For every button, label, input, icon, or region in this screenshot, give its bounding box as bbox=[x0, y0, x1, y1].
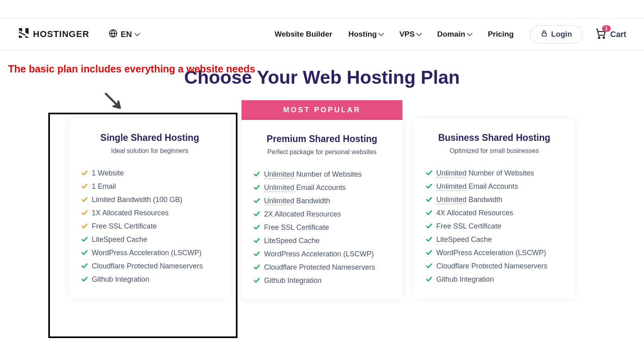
nav-website-builder[interactable]: Website Builder bbox=[275, 30, 332, 39]
feature-text: LiteSpeed Cache bbox=[92, 235, 147, 244]
check-icon bbox=[254, 251, 260, 258]
plan-business: Business Shared Hosting Optimized for sm… bbox=[414, 119, 575, 298]
feature-item: Cloudflare Protected Nameservers bbox=[254, 261, 390, 274]
feature-text: 1X Allocated Resources bbox=[92, 209, 169, 217]
feature-text: Free SSL Certificate bbox=[436, 222, 501, 231]
check-icon bbox=[426, 210, 432, 217]
feature-item: Unlimited Bandwidth bbox=[426, 193, 563, 206]
check-icon bbox=[81, 197, 88, 203]
cart-button[interactable]: 1 Cart bbox=[595, 28, 626, 41]
feature-item: 4X Allocated Resources bbox=[426, 206, 563, 220]
feature-item: WordPress Acceleration (LSCWP) bbox=[426, 246, 563, 260]
check-icon bbox=[81, 210, 88, 217]
plan-subtitle: Ideal solution for beginners bbox=[81, 147, 218, 155]
check-icon bbox=[81, 223, 88, 230]
check-icon bbox=[81, 276, 88, 283]
feature-list: Unlimited Number of WebsitesUnlimited Em… bbox=[426, 167, 563, 286]
brand-name: HOSTINGER bbox=[33, 29, 89, 39]
feature-text: Free SSL Certificate bbox=[264, 223, 329, 232]
check-icon bbox=[254, 238, 260, 244]
feature-text: Limited Bandwidth (100 GB) bbox=[92, 196, 182, 204]
feature-emphasis: Unlimited bbox=[264, 170, 294, 179]
plan-subtitle: Optimized for small businesses bbox=[426, 147, 563, 155]
check-icon bbox=[81, 237, 88, 243]
feature-text: Cloudflare Protected Nameservers bbox=[92, 262, 203, 270]
feature-item: 1 Email bbox=[81, 180, 218, 193]
feature-text: Unlimited Number of Websites bbox=[436, 169, 534, 177]
svg-point-2 bbox=[599, 37, 600, 38]
plan-subtitle: Perfect package for personal websites bbox=[254, 149, 390, 156]
nav-domain[interactable]: Domain bbox=[437, 30, 472, 39]
nav-vps[interactable]: VPS bbox=[399, 30, 421, 39]
check-icon bbox=[254, 185, 260, 191]
feature-text: Cloudflare Protected Nameservers bbox=[264, 263, 375, 272]
feature-item: WordPress Acceleration (LSCWP) bbox=[254, 248, 390, 261]
feature-item: 2X Allocated Resources bbox=[254, 208, 390, 221]
feature-emphasis: Unlimited bbox=[436, 169, 466, 177]
check-icon bbox=[426, 170, 432, 177]
check-icon bbox=[81, 170, 88, 177]
feature-text: Github Integration bbox=[436, 275, 494, 284]
site-header: HOSTINGER EN Website Builder Hosting VPS… bbox=[0, 0, 644, 50]
chevron-down-icon bbox=[134, 31, 140, 36]
svg-point-3 bbox=[603, 37, 605, 38]
check-icon bbox=[426, 276, 432, 283]
feature-item: Cloudflare Protected Nameservers bbox=[426, 260, 563, 273]
feature-item: Free SSL Certificate bbox=[254, 221, 390, 234]
check-icon bbox=[426, 197, 432, 203]
language-code: EN bbox=[121, 30, 132, 39]
chevron-down-icon bbox=[467, 31, 473, 36]
feature-item: Unlimited Number of Websites bbox=[254, 168, 390, 181]
nav-hosting[interactable]: Hosting bbox=[348, 30, 383, 39]
feature-text: 1 Website bbox=[92, 169, 124, 177]
feature-text: WordPress Acceleration (LSCWP) bbox=[436, 249, 546, 257]
feature-item: Limited Bandwidth (100 GB) bbox=[81, 193, 218, 206]
login-button[interactable]: Login bbox=[530, 25, 583, 43]
chevron-down-icon bbox=[378, 31, 384, 36]
feature-item: Cloudflare Protected Nameservers bbox=[81, 260, 218, 273]
feature-emphasis: Unlimited bbox=[264, 184, 294, 192]
feature-list: 1 Website1 EmailLimited Bandwidth (100 G… bbox=[81, 167, 218, 286]
check-icon bbox=[426, 184, 432, 190]
feature-text: 4X Allocated Resources bbox=[436, 209, 513, 217]
feature-text: 2X Allocated Resources bbox=[264, 210, 341, 219]
feature-item: Unlimited Email Accounts bbox=[426, 180, 563, 193]
feature-text: Free SSL Certificate bbox=[92, 222, 157, 231]
feature-item: Free SSL Certificate bbox=[426, 220, 563, 233]
feature-text: 1 Email bbox=[92, 182, 116, 191]
feature-item: Unlimited Number of Websites bbox=[426, 167, 563, 180]
check-icon bbox=[81, 184, 88, 190]
plan-premium: MOST POPULAR Premium Shared Hosting Perf… bbox=[242, 100, 402, 299]
check-icon bbox=[81, 263, 88, 270]
feature-emphasis: Unlimited bbox=[436, 182, 466, 191]
feature-text: Cloudflare Protected Nameservers bbox=[436, 262, 547, 270]
check-icon bbox=[81, 250, 88, 256]
annotation-arrow-icon bbox=[104, 92, 128, 118]
cart-label: Cart bbox=[610, 30, 626, 39]
svg-rect-1 bbox=[542, 33, 547, 36]
plan-title: Single Shared Hosting bbox=[81, 132, 218, 143]
annotation-text: The basic plan includes everything a web… bbox=[8, 62, 255, 76]
brand-logo[interactable]: HOSTINGER bbox=[18, 27, 89, 41]
check-icon bbox=[254, 198, 260, 204]
feature-item: LiteSpeed Cache bbox=[254, 234, 390, 248]
feature-text: Unlimited Email Accounts bbox=[436, 182, 518, 191]
feature-item: Unlimited Bandwidth bbox=[254, 194, 390, 208]
plan-single: Single Shared Hosting Ideal solution for… bbox=[69, 119, 230, 298]
feature-text: Unlimited Number of Websites bbox=[264, 170, 362, 179]
pricing-plans: Single Shared Hosting Ideal solution for… bbox=[0, 100, 644, 299]
primary-nav: Website Builder Hosting VPS Domain Prici… bbox=[275, 30, 514, 39]
feature-text: WordPress Acceleration (LSCWP) bbox=[264, 250, 374, 258]
plan-title: Business Shared Hosting bbox=[426, 132, 563, 143]
language-selector[interactable]: EN bbox=[109, 29, 139, 40]
hostinger-logo-icon bbox=[18, 27, 30, 41]
nav-pricing[interactable]: Pricing bbox=[488, 30, 514, 39]
feature-text: LiteSpeed Cache bbox=[436, 235, 492, 244]
feature-item: LiteSpeed Cache bbox=[81, 233, 218, 246]
feature-emphasis: Unlimited bbox=[264, 197, 294, 205]
chevron-down-icon bbox=[416, 31, 422, 36]
check-icon bbox=[254, 278, 260, 284]
feature-emphasis: Unlimited bbox=[436, 196, 466, 204]
login-label: Login bbox=[551, 30, 572, 39]
check-icon bbox=[254, 264, 260, 271]
